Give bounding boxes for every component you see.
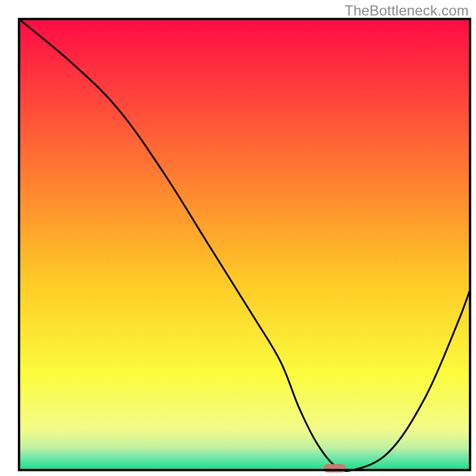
watermark-text: TheBottleneck.com	[345, 2, 469, 19]
bottleneck-chart	[0, 18, 476, 476]
chart-container: TheBottleneck.com	[0, 0, 476, 476]
gradient-background	[19, 19, 470, 470]
